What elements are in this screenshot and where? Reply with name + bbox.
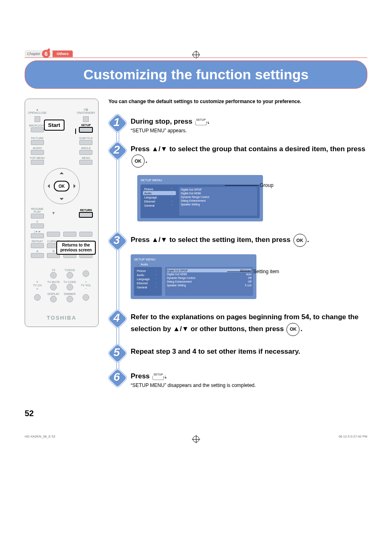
step-1: 1 During stop, press SETUP . “SETUP MENU… xyxy=(108,114,367,134)
ok-button-icon: OK xyxy=(131,154,145,168)
setup-button-icon: SETUP xyxy=(195,118,207,125)
returns-callout: Returns to the previous screen xyxy=(56,241,96,255)
remote-diagram: Start Returns to the previous screen ▲OP… xyxy=(25,99,99,327)
nav-pad: OK xyxy=(44,168,80,204)
start-arrow xyxy=(75,129,76,134)
step-5: 5 Repeat step 3 and 4 to set other items… xyxy=(108,344,367,361)
intro-text: You can change the default settings to c… xyxy=(108,99,367,104)
page: Chapter 6 Others Customizing the functio… xyxy=(0,0,392,463)
step-3: 3 Press ▲/▼ to select the setting item, … xyxy=(108,232,367,302)
page-number: 52 xyxy=(25,409,367,418)
footer-left: HD-XA2KN_06_E 52 xyxy=(25,435,55,438)
setup-menu-screenshot-2: Setting item SETUP MENU 🔊 Audio Picture·… xyxy=(131,254,256,299)
setup-menu-screenshot-1: Group SETUP MENU Picture·Audio·Language·… xyxy=(137,175,263,221)
footer-right: 06.12.5 0:27:42 PM xyxy=(339,435,367,438)
chapter-number: 6 xyxy=(42,50,50,58)
step-4: 4 Refer to the explanations on pages beg… xyxy=(108,310,367,336)
page-title: Customizing the function settings xyxy=(25,60,367,89)
setting-item-callout: Setting item xyxy=(253,269,279,274)
chapter-header: Chapter 6 Others xyxy=(25,49,367,58)
ok-button-remote: OK xyxy=(54,181,69,191)
registration-mark-bottom xyxy=(193,436,199,442)
group-callout: Group xyxy=(260,182,273,188)
brand-logo: TOSHIBA xyxy=(29,315,94,321)
chapter-word: Chapter xyxy=(27,52,40,56)
setup-button-icon: SETUP xyxy=(152,373,164,380)
step-2: 2 Press ▲/▼ to select the group that con… xyxy=(108,142,367,224)
chapter-label: Others xyxy=(53,51,73,57)
start-callout: Start xyxy=(44,120,65,131)
step-6: 6 Press SETUP . “SETUP MENU” disappears … xyxy=(108,369,367,388)
ok-button-icon: OK xyxy=(286,323,300,336)
ok-button-icon: OK xyxy=(293,234,307,247)
